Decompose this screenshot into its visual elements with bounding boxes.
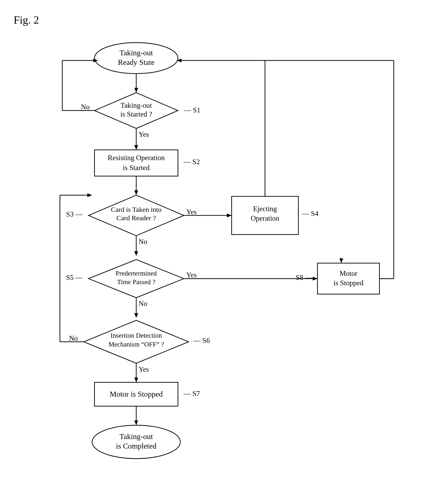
motor-stopped-s8-text2: is Stopped: [334, 279, 363, 287]
s3-label: S3 —: [66, 210, 82, 218]
svg-marker-24: [134, 421, 138, 425]
yes-label-s5: Yes: [186, 271, 197, 279]
taking-out-completed-text1: Taking-out: [120, 432, 153, 441]
yes-label-s1: Yes: [139, 130, 149, 138]
s7-label: — S7: [183, 390, 200, 397]
s4-label: — S4: [302, 210, 319, 218]
fig-label: Fig. 2: [14, 14, 39, 26]
svg-marker-1: [134, 88, 138, 93]
resisting-op-text1: Resisting Operation: [108, 154, 165, 162]
ejecting-op-text1: Ejecting: [253, 205, 277, 213]
svg-marker-12: [134, 251, 138, 256]
no-label-s3: No: [139, 238, 147, 246]
svg-marker-33: [313, 277, 317, 281]
taking-out-ready-text: Taking-out: [120, 48, 153, 57]
insertion-det-text1: Insertion Detection: [111, 332, 162, 339]
s6-label: — S6: [193, 337, 210, 345]
svg-marker-9: [134, 190, 138, 195]
svg-marker-22: [134, 377, 138, 382]
yes-label-s3: Yes: [186, 208, 197, 216]
s1-label: — S1: [184, 106, 201, 114]
no-label-s1: No: [81, 103, 90, 111]
no-label-s6: No: [69, 334, 78, 342]
svg-marker-25: [339, 258, 343, 263]
insertion-det-text2: Mechanism “OFF” ?: [108, 341, 164, 348]
no-label-s5: No: [139, 299, 147, 308]
ejecting-op-text2: Operation: [251, 214, 279, 222]
s5-label: S5 —: [66, 273, 82, 282]
taking-out-completed-text2: is Completed: [116, 442, 157, 450]
taking-out-started-text1: Taking-out: [121, 101, 152, 109]
svg-marker-3: [134, 145, 138, 150]
card-taken-text2: Card Reader ?: [116, 214, 156, 222]
taking-out-started-text2: is Started ?: [120, 110, 152, 118]
motor-stopped-s8-node: [317, 263, 379, 294]
svg-marker-20: [87, 193, 92, 197]
predetermined-text2: Time Passed ?: [117, 278, 155, 285]
flowchart: Taking-out Ready State Taking-out is Sta…: [34, 30, 420, 494]
card-taken-text1: Card is Taken into: [111, 206, 161, 213]
predetermined-text1: Predertermined: [116, 270, 157, 277]
s2-label: — S2: [183, 158, 200, 166]
resisting-op-text2: is Started: [123, 164, 149, 172]
svg-marker-16: [134, 313, 138, 318]
yes-label-s6: Yes: [139, 365, 149, 373]
taking-out-ready-text2: Ready State: [118, 58, 155, 66]
motor-stopped-s7-text: Motor is Stopped: [110, 390, 163, 398]
svg-marker-31: [227, 214, 232, 218]
motor-stopped-s8-text1: Motor: [340, 269, 357, 277]
s8-label: S8 —: [296, 273, 312, 282]
